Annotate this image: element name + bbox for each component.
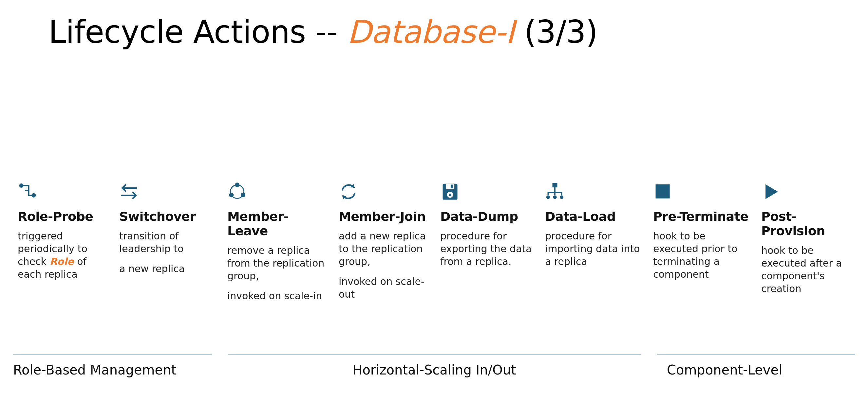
title-suffix: (3/3) <box>515 14 598 50</box>
card-desc: procedure for importing data into a repl… <box>545 230 643 268</box>
card-desc: hook to be executed prior to terminating… <box>653 230 751 281</box>
desc-line1: add a new replica to the replication gro… <box>339 230 426 267</box>
square-icon <box>653 182 751 209</box>
card-desc: transition of leadership to a new replic… <box>119 230 217 275</box>
svg-point-10 <box>449 194 452 196</box>
svg-point-1 <box>32 194 35 197</box>
desc-line1: remove a replica from the replication gr… <box>227 245 324 282</box>
card-data-dump: Data-Dump procedure for exporting the da… <box>440 182 545 302</box>
tree-icon <box>545 182 643 209</box>
title-prefix: Lifecycle Actions -- <box>49 14 347 50</box>
swap-icon <box>119 182 217 209</box>
card-member-leave: Member-Leave remove a replica from the r… <box>227 182 339 302</box>
svg-point-3 <box>235 183 239 187</box>
group-label: Component-Level <box>667 362 855 377</box>
group-component-level: Component-Level <box>657 354 855 377</box>
svg-point-12 <box>546 195 550 199</box>
cycle-dots-icon <box>227 182 329 209</box>
card-title: Member-Join <box>339 209 430 224</box>
card-desc: procedure for exporting the data from a … <box>440 230 535 268</box>
svg-point-14 <box>560 195 563 199</box>
group-label: Role-Based Management <box>13 362 212 377</box>
desc-key: Role <box>50 256 74 267</box>
connect-icon <box>18 182 110 209</box>
svg-point-5 <box>241 193 245 197</box>
group-horizontal-scaling: Horizontal-Scaling In/Out <box>228 354 641 377</box>
card-desc: hook to be executed after a component's … <box>761 244 846 295</box>
desc-line2: invoked on scale-in <box>227 289 329 302</box>
card-post-provision: Post-Provision hook to be executed after… <box>761 182 856 302</box>
svg-point-4 <box>229 193 233 197</box>
card-title: Data-Load <box>545 209 643 224</box>
title-emphasis: Database-I <box>347 14 515 50</box>
card-switchover: Switchover transition of leadership to a… <box>119 182 227 302</box>
svg-point-13 <box>553 195 557 199</box>
card-title: Post-Provision <box>761 209 846 238</box>
card-title: Pre-Terminate <box>653 209 751 224</box>
group-label: Horizontal-Scaling In/Out <box>228 362 641 377</box>
desc-line2: invoked on scale-out <box>339 275 430 301</box>
card-title: Data-Dump <box>440 209 535 224</box>
svg-rect-8 <box>451 184 453 188</box>
desc-line2: a new replica <box>119 262 217 275</box>
card-title: Role-Probe <box>18 209 110 224</box>
card-title: Member-Leave <box>227 209 329 238</box>
refresh-icon <box>339 182 430 209</box>
action-cards-row: Role-Probe triggered periodically to che… <box>18 182 850 302</box>
card-pre-terminate: Pre-Terminate hook to be executed prior … <box>653 182 761 302</box>
play-icon <box>761 182 846 209</box>
card-title: Switchover <box>119 209 217 224</box>
card-member-join: Member-Join add a new replica to the rep… <box>339 182 440 302</box>
disk-icon <box>440 182 535 209</box>
svg-rect-15 <box>656 184 670 199</box>
card-role-probe: Role-Probe triggered periodically to che… <box>18 182 119 302</box>
group-role-based: Role-Based Management <box>13 354 212 377</box>
slide-title: Lifecycle Actions -- Database-I (3/3) <box>49 15 598 50</box>
card-data-load: Data-Load procedure for importing data i… <box>545 182 653 302</box>
card-desc: remove a replica from the replication gr… <box>227 244 329 302</box>
card-desc: add a new replica to the replication gro… <box>339 230 430 301</box>
card-desc: triggered periodically to check Role of … <box>18 230 110 281</box>
group-labels-row: Role-Based Management Horizontal-Scaling… <box>13 354 855 377</box>
desc-line1: transition of leadership to <box>119 230 184 254</box>
svg-rect-11 <box>553 183 557 187</box>
